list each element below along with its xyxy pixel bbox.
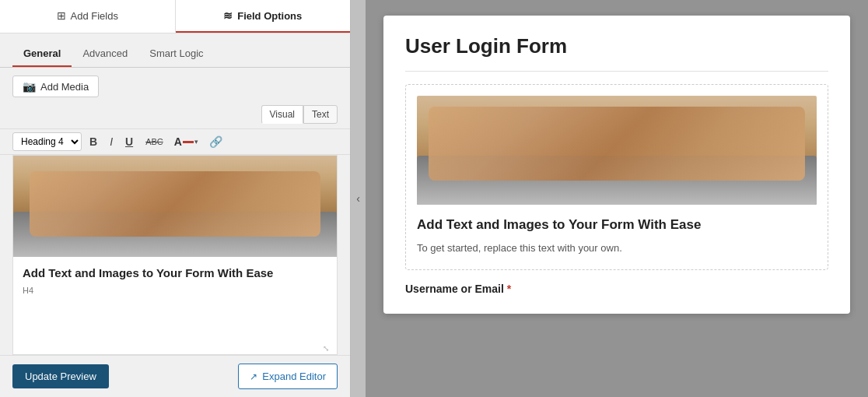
field-preview-image	[417, 96, 817, 205]
editor-view-toggle: Visual Text	[0, 105, 350, 128]
tab-smart-logic[interactable]: Smart Logic	[138, 41, 214, 67]
editor-body[interactable]: Add Text and Images to Your Form With Ea…	[13, 257, 337, 303]
add-media-label: Add Media	[40, 81, 89, 93]
required-star: *	[507, 283, 511, 295]
bold-button[interactable]: B	[85, 133, 102, 150]
sub-tabs: General Advanced Smart Logic	[0, 33, 350, 68]
link-button[interactable]: 🔗	[205, 133, 227, 150]
media-icon: 📷	[23, 80, 36, 93]
editor-h4-label: H4	[23, 286, 327, 295]
sliders-icon: ≋	[223, 9, 233, 22]
visual-toggle-btn[interactable]: Visual	[261, 105, 303, 124]
form-field-card[interactable]: ⧉ 🗑 Add Text and Images to Your Form Wit…	[405, 84, 828, 270]
form-title: User Login Form	[405, 34, 828, 58]
form-divider	[405, 71, 828, 72]
strikethrough-button[interactable]: ABC	[141, 135, 168, 149]
form-preview: User Login Form ⧉ 🗑 Add Text and Images …	[383, 16, 850, 314]
tab-field-options[interactable]: ≋ Field Options	[176, 0, 351, 33]
text-color-button[interactable]: A ▾	[171, 133, 201, 150]
editor-content-area[interactable]: Add Text and Images to Your Form With Ea…	[12, 155, 338, 355]
tab-advanced[interactable]: Advanced	[72, 41, 138, 67]
editor-image	[13, 156, 337, 257]
editor-toolbar: Heading 4 B I U ABC A ▾ 🔗	[0, 128, 350, 155]
editor-heading-text: Add Text and Images to Your Form With Ea…	[23, 265, 327, 281]
left-panel: ⊞ Add Fields ≋ Field Options General Adv…	[0, 0, 350, 397]
username-label-text: Username or Email	[405, 283, 504, 295]
chevron-left-icon: ‹	[356, 192, 360, 205]
right-panel: User Login Form ⧉ 🗑 Add Text and Images …	[366, 0, 868, 397]
expand-icon: ↗	[250, 371, 257, 382]
field-heading: Add Text and Images to Your Form With Ea…	[417, 216, 817, 234]
color-a-label: A	[174, 135, 182, 148]
expand-editor-label: Expand Editor	[262, 371, 326, 382]
grid-icon: ⊞	[57, 9, 66, 22]
top-tabs: ⊞ Add Fields ≋ Field Options	[0, 0, 350, 33]
add-media-button[interactable]: 📷 Add Media	[12, 76, 99, 97]
resize-handle[interactable]: ⤡	[323, 344, 329, 353]
text-toggle-btn[interactable]: Text	[303, 105, 338, 124]
add-media-row: 📷 Add Media	[0, 68, 350, 105]
field-image-inner	[417, 96, 817, 205]
field-body-text: To get started, replace this text with y…	[417, 241, 817, 256]
username-label: Username or Email *	[405, 283, 828, 295]
username-field-label-row: Username or Email *	[405, 283, 828, 295]
field-options-label: Field Options	[237, 10, 302, 22]
color-indicator	[183, 141, 194, 143]
bottom-buttons: Update Preview ↗ Expand Editor	[0, 355, 350, 397]
tab-general[interactable]: General	[12, 41, 72, 67]
tab-add-fields[interactable]: ⊞ Add Fields	[0, 0, 176, 33]
italic-button[interactable]: I	[105, 133, 117, 150]
expand-editor-button[interactable]: ↗ Expand Editor	[238, 364, 338, 389]
heading-select[interactable]: Heading 4	[12, 132, 82, 151]
add-fields-label: Add Fields	[71, 10, 118, 22]
color-dropdown-arrow: ▾	[194, 138, 198, 146]
update-preview-button[interactable]: Update Preview	[12, 364, 109, 388]
hands-image	[13, 156, 337, 257]
underline-button[interactable]: U	[121, 133, 138, 150]
collapse-panel-button[interactable]: ‹	[350, 0, 366, 397]
